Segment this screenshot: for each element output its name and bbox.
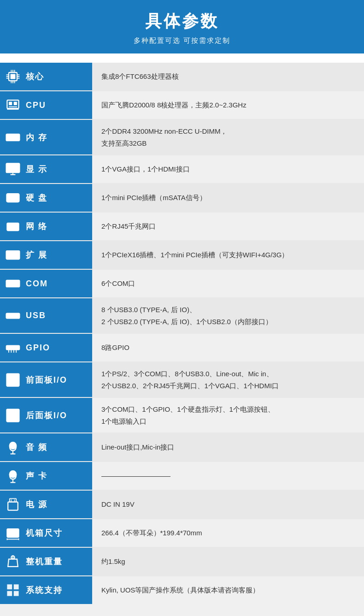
svg-rect-70	[8, 502, 18, 510]
svg-rect-82	[14, 591, 19, 596]
display-icon	[4, 160, 22, 178]
display-value: 1个VGA接口，1个HDMI接口	[92, 155, 364, 184]
svg-rect-16	[14, 102, 17, 105]
hdd-icon	[4, 189, 22, 207]
front-io-label: 前面板I/O	[26, 374, 67, 385]
usb-label: USB	[26, 311, 46, 320]
svg-rect-1	[11, 74, 16, 79]
power-icon	[4, 495, 22, 514]
memory-value: 2个DDR4 3200MHz non-ECC U-DIMM，支持至高32GB	[92, 119, 364, 155]
com-value: 6个COM口	[92, 269, 364, 298]
table-row: 显 示1个VGA接口，1个HDMI接口	[0, 155, 364, 184]
table-row: 硬 盘1个mini PCIe插槽（mSATA信号）	[0, 184, 364, 212]
gpio-label: GPIO	[26, 343, 50, 353]
sound-label: 声 卡	[26, 470, 47, 481]
usb-value: 8 个USB3.0 (TYPE-A, 后 IO)、2 个USB2.0 (TYPE…	[92, 298, 364, 333]
rear-io-icon	[4, 406, 22, 425]
svg-rect-81	[7, 591, 12, 596]
table-row: 音 频Line-out接口,Mic-in接口	[0, 433, 364, 462]
sound-value: ——————————	[92, 462, 364, 490]
table-row: 声 卡——————————	[0, 462, 364, 490]
com-icon	[4, 274, 22, 293]
svg-point-28	[16, 196, 18, 199]
weight-value: 约1.5kg	[92, 547, 364, 576]
table-row: 核心集成8个FTC663处理器核	[0, 63, 364, 91]
expand-value: 1个PCIeX16插槽、1个mini PCIe插槽（可支持WIFI+4G/3G）	[92, 241, 364, 269]
spec-table: 核心集成8个FTC663处理器核CPU国产飞腾D2000/8 8核处理器，主频2…	[0, 63, 364, 604]
hdd-label: 硬 盘	[26, 192, 47, 203]
table-row: CPU国产飞腾D2000/8 8核处理器，主频2.0~2.3GHz	[0, 91, 364, 119]
hdd-value: 1个mini PCIe插槽（mSATA信号）	[92, 184, 364, 212]
rear-io-label: 后面板I/O	[26, 410, 67, 421]
page-wrapper: 具体参数 多种配置可选 可按需求定制 核心集成8个FTC663处理器核CPU国产…	[0, 0, 364, 604]
network-value: 2个RJ45千兆网口	[92, 212, 364, 241]
core-label: 核心	[26, 71, 44, 82]
svg-rect-79	[7, 584, 12, 589]
weight-label: 整机重量	[26, 556, 63, 567]
dimension-icon	[4, 524, 22, 542]
page-title: 具体参数	[0, 10, 364, 33]
svg-point-63	[10, 442, 16, 449]
svg-point-40	[13, 283, 14, 284]
table-row: GPIO8路GPIO	[0, 333, 364, 362]
display-label: 显 示	[26, 164, 47, 175]
table-row: 内 存2个DDR4 3200MHz non-ECC U-DIMM，支持至高32G…	[0, 119, 364, 155]
gpio-icon	[4, 338, 22, 357]
svg-point-66	[10, 471, 16, 477]
table-row: 扩 展1个PCIeX16插槽、1个mini PCIe插槽（可支持WIFI+4G/…	[0, 241, 364, 269]
table-row: 后面板I/O3个COM口、1个GPIO、1个硬盘指示灯、1个电源按钮、1个电源输…	[0, 397, 364, 433]
svg-rect-30	[7, 223, 18, 231]
memory-label: 内 存	[26, 132, 47, 143]
table-row: 电 源DC IN 19V	[0, 490, 364, 519]
rear-io-value: 3个COM口、1个GPIO、1个硬盘指示灯、1个电源按钮、1个电源输入口	[92, 397, 364, 433]
table-row: 机箱尺寸266.4（不带耳朵）*199.4*70mm	[0, 519, 364, 547]
svg-rect-24	[6, 163, 20, 172]
svg-rect-15	[9, 102, 12, 105]
front-io-value: 1个PS/2、3个COM口、8个USB3.0、Line-out、Mic in、2…	[92, 362, 364, 397]
expand-label: 扩 展	[26, 249, 47, 261]
network-label: 网 络	[26, 221, 47, 232]
table-row: COM6个COM口	[0, 269, 364, 298]
svg-point-42	[18, 283, 19, 284]
cpu-icon	[4, 96, 22, 114]
power-value: DC IN 19V	[92, 490, 364, 519]
cpu-label: CPU	[26, 101, 46, 110]
usb-icon	[4, 307, 22, 325]
table-row: 前面板I/O1个PS/2、3个COM口、8个USB3.0、Line-out、Mi…	[0, 362, 364, 397]
gpio-value: 8路GPIO	[92, 333, 364, 362]
svg-rect-19	[6, 134, 20, 140]
cpu-value: 国产飞腾D2000/8 8核处理器，主频2.0~2.3GHz	[92, 91, 364, 119]
dimension-value: 266.4（不带耳朵）*199.4*70mm	[92, 519, 364, 547]
sound-icon	[4, 467, 22, 485]
expand-icon	[4, 246, 22, 264]
svg-point-41	[16, 283, 17, 284]
svg-rect-36	[14, 253, 18, 258]
os-icon	[4, 581, 22, 599]
svg-rect-80	[14, 584, 19, 589]
weight-icon	[4, 552, 22, 571]
table-row: USB8 个USB3.0 (TYPE-A, 后 IO)、2 个USB2.0 (T…	[0, 298, 364, 333]
power-label: 电 源	[26, 499, 47, 510]
svg-rect-43	[6, 313, 20, 318]
svg-rect-35	[8, 253, 12, 258]
audio-label: 音 频	[26, 442, 47, 453]
table-row: 网 络2个RJ45千兆网口	[0, 212, 364, 241]
dimension-label: 机箱尺寸	[26, 527, 63, 539]
page-subtitle: 多种配置可选 可按需求定制	[0, 36, 364, 45]
audio-icon	[4, 438, 22, 456]
os-label: 系统支持	[26, 585, 63, 596]
svg-rect-73	[7, 529, 18, 537]
core-icon	[4, 67, 22, 86]
header: 具体参数 多种配置可选 可按需求定制	[0, 0, 364, 53]
svg-point-38	[8, 283, 10, 284]
front-io-icon	[4, 371, 22, 389]
core-value: 集成8个FTC663处理器核	[92, 63, 364, 91]
com-label: COM	[26, 279, 48, 289]
svg-rect-62	[8, 411, 18, 420]
memory-icon	[4, 128, 22, 147]
svg-point-48	[8, 347, 10, 349]
audio-value: Line-out接口,Mic-in接口	[92, 433, 364, 462]
os-value: Kylin, UOS等国产操作系统（具体版本请咨询客服）	[92, 576, 364, 604]
svg-point-50	[13, 347, 15, 349]
table-row: 系统支持Kylin, UOS等国产操作系统（具体版本请咨询客服）	[0, 576, 364, 604]
